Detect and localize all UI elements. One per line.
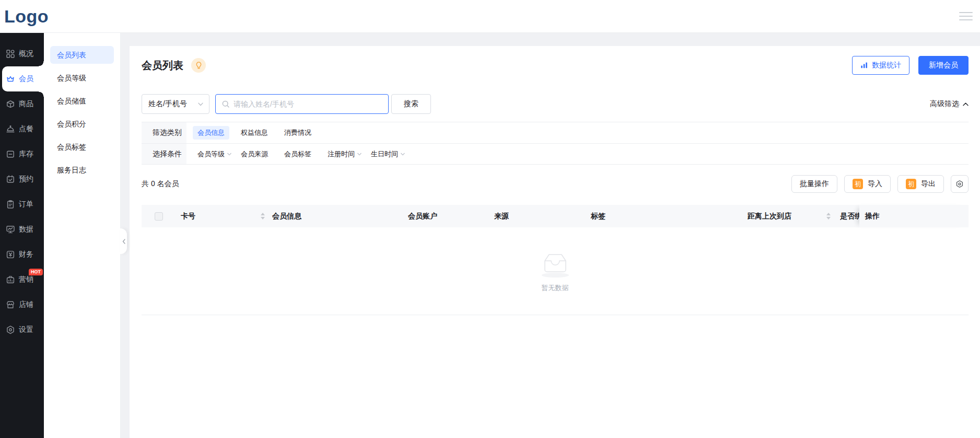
column-tags: 标签 <box>591 205 748 227</box>
version-badge: 初 <box>906 179 916 189</box>
search-input-box <box>215 94 389 114</box>
marketing-case-icon <box>5 275 15 285</box>
subnav-member-points[interactable]: 会员积分 <box>50 115 114 133</box>
hot-badge: HOT <box>29 269 43 275</box>
subnav-member-list[interactable]: 会员列表 <box>50 46 114 64</box>
member-table: 卡号 会员信息 会员账户 来源 标签 距离上次到店 是否绑 操作 <box>142 205 969 315</box>
order-clipboard-icon <box>5 200 15 210</box>
filter-tab-rights-info[interactable]: 权益信息 <box>236 126 273 140</box>
page-title: 会员列表 <box>142 59 183 73</box>
column-source: 来源 <box>494 205 591 227</box>
member-crown-icon <box>5 74 15 84</box>
top-bar: Logo <box>0 0 980 33</box>
tip-lightbulb-icon[interactable] <box>191 58 206 73</box>
empty-text: 暂无数据 <box>542 283 569 293</box>
column-member-account: 会员账户 <box>408 205 494 227</box>
filter-category-label: 筛选类别 <box>142 122 186 143</box>
data-stats-button[interactable]: 数据统计 <box>852 56 909 75</box>
member-count: 共 0 名会员 <box>142 179 179 189</box>
version-badge: 初 <box>853 179 863 189</box>
inventory-box-icon <box>5 149 15 159</box>
secondary-sidebar: 会员列表 会员等级 会员储值 会员积分 会员标签 服务日志 <box>44 33 121 438</box>
sort-icon[interactable] <box>261 213 265 220</box>
table-body-empty: 暂无数据 <box>142 227 969 315</box>
sidebar-item-orders[interactable]: 订单 <box>0 192 44 217</box>
sort-icon[interactable] <box>826 213 831 220</box>
logo: Logo <box>4 7 49 25</box>
subnav-member-stored-value[interactable]: 会员储值 <box>50 92 114 110</box>
sidebar-item-inventory[interactable]: 库存 <box>0 142 44 167</box>
condition-register-time[interactable]: 注册时间 <box>323 149 361 159</box>
store-icon <box>5 300 15 310</box>
column-clipped: 是否绑 <box>840 205 859 227</box>
column-member-info: 会员信息 <box>272 205 408 227</box>
filter-condition-label: 选择条件 <box>142 144 186 164</box>
dashboard-icon <box>5 49 15 59</box>
add-member-button[interactable]: 新增会员 <box>918 56 969 75</box>
subnav-member-level[interactable]: 会员等级 <box>50 69 114 87</box>
sidebar-item-finance[interactable]: 财务 <box>0 242 44 267</box>
booking-calendar-icon <box>5 175 15 185</box>
chevron-down-icon <box>401 153 405 156</box>
gear-icon <box>955 180 964 188</box>
finance-yuan-icon <box>5 250 15 260</box>
advanced-filter-toggle[interactable]: 高级筛选 <box>930 99 969 109</box>
sidebar-item-settings[interactable]: 设置 <box>0 317 44 342</box>
sidebar-item-dining[interactable]: 点餐 <box>0 117 44 142</box>
sidebar-item-data[interactable]: 数据 <box>0 217 44 242</box>
column-settings-button[interactable] <box>951 175 969 193</box>
empty-box-icon <box>539 250 571 278</box>
filter-tab-member-info[interactable]: 会员信息 <box>193 126 229 140</box>
settings-gear-icon <box>5 325 15 335</box>
menu-hamburger-icon[interactable] <box>959 10 973 22</box>
condition-birthday-time[interactable]: 生日时间 <box>366 149 405 159</box>
column-card-number[interactable]: 卡号 <box>181 205 272 227</box>
condition-member-tag[interactable]: 会员标签 <box>279 149 311 159</box>
condition-member-level[interactable]: 会员等级 <box>193 149 231 159</box>
batch-action-button[interactable]: 批量操作 <box>791 175 837 193</box>
sidebar-collapse-handle[interactable] <box>120 228 127 254</box>
data-monitor-icon <box>5 225 15 235</box>
chevron-up-icon <box>963 102 969 106</box>
sidebar-item-store[interactable]: 店铺 <box>0 292 44 317</box>
filter-panel: 筛选类别 会员信息 权益信息 消费情况 选择条件 会员等级 会员来源 会员标签 … <box>142 122 969 165</box>
select-all-checkbox[interactable] <box>155 212 163 221</box>
filter-tab-consumption[interactable]: 消费情况 <box>279 126 316 140</box>
column-actions: 操作 <box>859 205 969 227</box>
main-area: 会员列表 数据统计 新增会员 姓名/手机号 <box>121 33 980 438</box>
chevron-left-icon <box>122 239 125 244</box>
search-input[interactable] <box>234 100 382 108</box>
table-header: 卡号 会员信息 会员账户 来源 标签 距离上次到店 是否绑 操作 <box>142 205 969 227</box>
sidebar-item-members[interactable]: 会员 <box>2 66 44 91</box>
sidebar-item-overview[interactable]: 概况 <box>0 41 44 66</box>
chevron-down-icon <box>357 153 361 156</box>
import-button[interactable]: 初 导入 <box>844 175 891 193</box>
dining-cloche-icon <box>5 124 15 134</box>
search-button[interactable]: 搜索 <box>391 94 431 114</box>
chevron-down-icon <box>227 153 231 156</box>
goods-box-icon <box>5 99 15 109</box>
subnav-member-tags[interactable]: 会员标签 <box>50 138 114 156</box>
search-icon <box>221 100 230 108</box>
chevron-down-icon <box>198 102 203 106</box>
export-button[interactable]: 初 导出 <box>897 175 944 193</box>
filter-condition-row: 选择条件 会员等级 会员来源 会员标签 注册时间 生日时间 <box>142 143 969 164</box>
content-card: 会员列表 数据统计 新增会员 姓名/手机号 <box>130 46 980 438</box>
bar-chart-icon <box>860 62 868 69</box>
condition-member-source[interactable]: 会员来源 <box>236 149 268 159</box>
sidebar-item-goods[interactable]: 商品 <box>0 91 44 117</box>
subnav-service-log[interactable]: 服务日志 <box>50 161 114 179</box>
filter-category-row: 筛选类别 会员信息 权益信息 消费情况 <box>142 122 969 143</box>
sidebar-item-marketing[interactable]: 营销 HOT <box>0 267 44 292</box>
sidebar-item-booking[interactable]: 预约 <box>0 167 44 192</box>
search-field-select[interactable]: 姓名/手机号 <box>142 94 209 114</box>
primary-sidebar: 概况 会员 商品 点餐 库存 预约 <box>0 33 44 438</box>
column-last-visit[interactable]: 距离上次到店 <box>748 205 840 227</box>
